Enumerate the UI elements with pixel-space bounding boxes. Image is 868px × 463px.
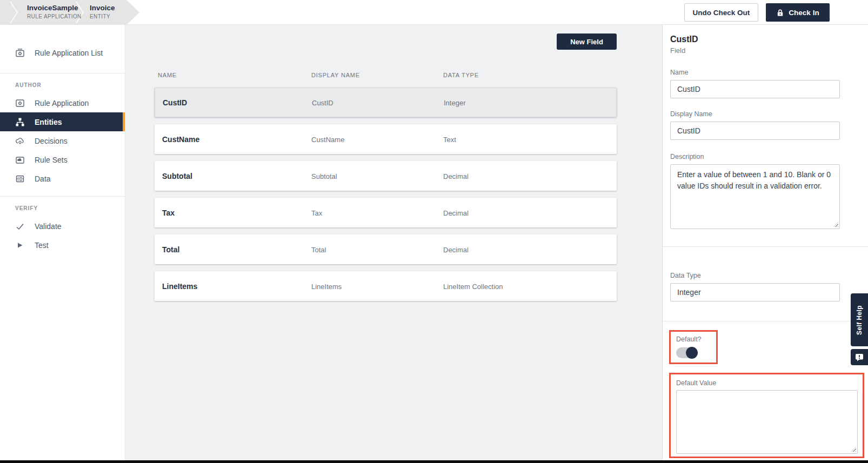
- name-input[interactable]: [670, 80, 840, 98]
- breadcrumb-chevron-icon: [9, 0, 19, 25]
- data-grid-icon: [15, 174, 25, 184]
- toggle-knob: [686, 347, 698, 359]
- sidebar-item-label: Data: [35, 175, 51, 183]
- breadcrumb-subtitle: ENTITY: [90, 14, 115, 19]
- column-header-display-name: DISPLAY NAME: [311, 72, 360, 78]
- entity-fields-main: New Field NAME DISPLAY NAME DATA TYPE Cu…: [125, 25, 662, 460]
- panel-title: CustID: [670, 35, 849, 44]
- cell-data-type: LineItem Collection: [443, 282, 503, 290]
- table-row[interactable]: Subtotal Subtotal Decimal: [155, 161, 617, 191]
- data-type-input[interactable]: [670, 283, 840, 301]
- name-label: Name: [670, 69, 849, 76]
- app-list-gear-icon: [15, 48, 25, 58]
- cell-display-name: LineItems: [311, 282, 342, 290]
- default-toggle[interactable]: [676, 347, 697, 358]
- sidebar-item-validate[interactable]: Validate: [0, 217, 125, 236]
- breadcrumb-rule-application[interactable]: InvoiceSample RULE APPLICATION: [27, 4, 82, 19]
- field-properties-panel: CustID Field Name Display Name Descripti…: [662, 25, 868, 460]
- sidebar: Rule Application List AUTHOR Rule Applic…: [0, 25, 125, 460]
- default-toggle-highlight: Default?: [669, 330, 718, 364]
- sidebar-divider: [0, 196, 125, 197]
- cell-name: Total: [162, 245, 179, 254]
- panel-divider: [663, 246, 868, 247]
- sidebar-item-label: Entities: [35, 118, 62, 126]
- data-type-label: Data Type: [670, 272, 849, 279]
- fields-table: CustID CustID Integer CustName CustName …: [155, 88, 617, 308]
- play-icon: [15, 240, 25, 250]
- check-icon: [15, 222, 25, 231]
- default-value-label: Default Value: [676, 379, 863, 387]
- bottom-edge-bar: [0, 460, 868, 463]
- undo-check-out-button[interactable]: Undo Check Out: [684, 3, 758, 22]
- cell-name: CustID: [163, 98, 187, 107]
- lock-icon: [776, 9, 784, 17]
- breadcrumb-subtitle: RULE APPLICATION: [27, 14, 82, 19]
- sidebar-section-author: AUTHOR: [15, 82, 125, 88]
- cell-data-type: Decimal: [443, 209, 469, 217]
- speech-bubble-exclamation-icon: [854, 353, 864, 362]
- breadcrumb-title: Invoice: [90, 4, 115, 12]
- sidebar-item-label: Test: [35, 241, 49, 250]
- sidebar-item-data[interactable]: Data: [0, 169, 125, 188]
- default-value-highlight: Default Value: [669, 373, 864, 458]
- cell-display-name: Tax: [311, 209, 322, 217]
- box-cloud-icon: [15, 155, 25, 165]
- panel-divider: [663, 321, 868, 321]
- column-header-data-type: DATA TYPE: [443, 72, 479, 78]
- cell-display-name: CustID: [312, 98, 333, 106]
- sidebar-divider: [0, 73, 125, 73]
- self-help-tab[interactable]: Self Help: [851, 293, 868, 346]
- cell-name: Subtotal: [162, 172, 192, 180]
- sidebar-section-verify: VERIFY: [15, 205, 125, 211]
- table-row[interactable]: Total Total Decimal: [155, 234, 617, 264]
- cell-data-type: Decimal: [443, 245, 469, 253]
- sidebar-item-label: Decisions: [35, 137, 68, 145]
- cell-data-type: Decimal: [443, 172, 469, 180]
- description-label: Description: [670, 153, 849, 160]
- description-textarea[interactable]: Enter a value of between 1 and 10. Blank…: [670, 164, 840, 229]
- table-row[interactable]: Tax Tax Decimal: [155, 198, 617, 227]
- table-row[interactable]: CustName CustName Text: [155, 124, 617, 154]
- panel-subtitle: Field: [670, 46, 849, 55]
- top-header: InvoiceSample RULE APPLICATION Invoice E…: [0, 0, 868, 25]
- cell-display-name: Total: [311, 245, 326, 253]
- new-field-button[interactable]: New Field: [557, 33, 617, 50]
- cell-display-name: CustName: [311, 135, 344, 143]
- breadcrumb-entity[interactable]: Invoice ENTITY: [90, 4, 115, 19]
- display-name-input[interactable]: [670, 122, 840, 140]
- check-in-label: Check In: [789, 9, 819, 17]
- hierarchy-icon: [15, 117, 25, 127]
- table-header: NAME DISPLAY NAME DATA TYPE: [155, 72, 617, 80]
- sidebar-item-label: Rule Sets: [35, 156, 68, 164]
- cell-data-type: Text: [443, 135, 456, 143]
- breadcrumb-title: InvoiceSample: [27, 4, 82, 12]
- gear-box-icon: [15, 98, 25, 108]
- sidebar-item-label: Rule Application List: [35, 49, 103, 57]
- sidebar-item-test[interactable]: Test: [0, 236, 125, 254]
- table-row[interactable]: LineItems LineItems LineItem Collection: [155, 271, 617, 301]
- column-header-name: NAME: [158, 72, 177, 78]
- cell-display-name: Subtotal: [311, 172, 337, 180]
- self-help-label: Self Help: [856, 305, 863, 335]
- sidebar-item-decisions[interactable]: Decisions: [0, 131, 125, 150]
- check-in-button[interactable]: Check In: [766, 3, 830, 22]
- help-bubble-button[interactable]: [851, 349, 868, 365]
- cell-data-type: Integer: [444, 98, 465, 106]
- sidebar-item-rule-application[interactable]: Rule Application: [0, 93, 125, 112]
- cell-name: CustName: [162, 135, 199, 144]
- sidebar-item-rule-sets[interactable]: Rule Sets: [0, 150, 125, 169]
- default-value-textarea[interactable]: [676, 390, 858, 454]
- default-label: Default?: [676, 335, 716, 343]
- sidebar-item-entities[interactable]: Entities: [0, 112, 125, 131]
- cell-name: LineItems: [162, 282, 197, 291]
- cloud-gear-icon: [15, 136, 25, 146]
- sidebar-item-label: Rule Application: [35, 99, 89, 108]
- table-row[interactable]: CustID CustID Integer: [155, 88, 617, 117]
- sidebar-item-label: Validate: [35, 222, 62, 231]
- cell-name: Tax: [162, 209, 175, 217]
- display-name-label: Display Name: [670, 110, 849, 118]
- sidebar-item-rule-application-list[interactable]: Rule Application List: [0, 43, 125, 62]
